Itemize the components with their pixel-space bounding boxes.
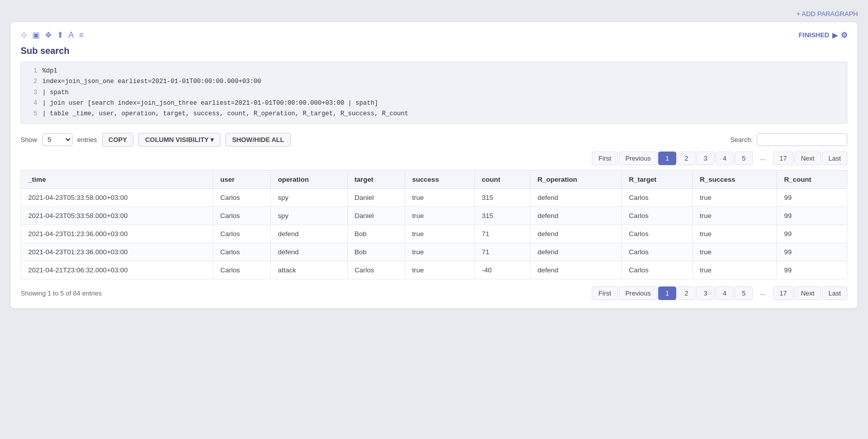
table-cell-3-0: 2021-04-23T01:23:36.000+03:00 [21, 243, 213, 261]
table-row: 2021-04-23T05:33:58.000+03:00CarlosspyDa… [21, 207, 847, 225]
table-cell-2-4: true [405, 225, 475, 243]
add-paragraph-btn[interactable]: + ADD PARAGRAPH [10, 10, 858, 18]
col-success: success [405, 171, 475, 189]
table-cell-3-3: Bob [347, 243, 405, 261]
footer-row: Showing 1 to 5 of 84 entries First Previ… [21, 286, 847, 300]
table-cell-0-6: defend [530, 189, 621, 207]
col-user: user [213, 171, 270, 189]
col-time: _time [21, 171, 213, 189]
table-cell-4-2: attack [271, 261, 347, 279]
font-icon[interactable]: A [68, 31, 74, 40]
page-5-btn-top[interactable]: 5 [735, 152, 753, 165]
next-button-top[interactable]: Next [795, 152, 821, 165]
page-4-btn-bottom[interactable]: 4 [716, 286, 734, 300]
table-cell-1-8: true [692, 207, 777, 225]
table-cell-0-3: Daniel [347, 189, 405, 207]
page-1-btn-top[interactable]: 1 [658, 152, 676, 165]
page-17-btn-top[interactable]: 17 [773, 152, 793, 165]
list-icon[interactable]: ≡ [79, 31, 84, 40]
table-row: 2021-04-23T05:33:58.000+03:00CarlosspyDa… [21, 189, 847, 207]
table-cell-3-6: defend [530, 243, 621, 261]
finished-badge: FINISHED ▶ ⚙ [799, 31, 847, 40]
upload-icon[interactable]: ⬆ [57, 30, 63, 40]
previous-button-bottom[interactable]: Previous [619, 286, 658, 300]
table-cell-2-0: 2021-04-23T01:23:36.000+03:00 [21, 225, 213, 243]
table-cell-0-7: Carlos [621, 189, 692, 207]
code-line-2: 2 index=join_json_one earliest=2021-01-0… [27, 77, 841, 87]
main-panel: ⊹ ▣ ❖ ⬆ A ≡ FINISHED ▶ ⚙ Sub search 1 %d… [10, 22, 858, 309]
show-hide-all-button[interactable]: SHOW/HIDE ALL [225, 133, 291, 147]
table-row: 2021-04-23T01:23:36.000+03:00Carlosdefen… [21, 225, 847, 243]
last-button-bottom[interactable]: Last [822, 286, 847, 300]
table-cell-0-2: spy [271, 189, 347, 207]
toolbar-icons: ⊹ ▣ ❖ ⬆ A ≡ [21, 30, 84, 40]
table-header-row: _time user operation target success coun… [21, 171, 847, 189]
showing-text: Showing 1 to 5 of 84 entries [21, 289, 102, 297]
table-cell-0-0: 2021-04-23T05:33:58.000+03:00 [21, 189, 213, 207]
table-cell-3-8: true [692, 243, 777, 261]
first-button-bottom[interactable]: First [592, 286, 617, 300]
controls-left: Show 5 10 25 50 100 entries COPY COLUMN … [21, 133, 291, 147]
last-button-top[interactable]: Last [822, 152, 847, 165]
table-cell-0-4: true [405, 189, 475, 207]
table-cell-2-6: defend [530, 225, 621, 243]
table-cell-3-2: defend [271, 243, 347, 261]
page-3-btn-top[interactable]: 3 [696, 152, 715, 165]
entries-select[interactable]: 5 10 25 50 100 [42, 133, 72, 146]
col-r-success: R_success [692, 171, 777, 189]
first-button-top[interactable]: First [592, 152, 617, 165]
code-line-1: 1 %dpl [27, 66, 841, 77]
table-cell-2-1: Carlos [213, 225, 270, 243]
col-r-target: R_target [621, 171, 692, 189]
table-cell-1-1: Carlos [213, 207, 270, 225]
table-cell-2-8: true [692, 225, 777, 243]
search-input[interactable] [757, 133, 847, 146]
table-cell-4-9: 99 [777, 261, 847, 279]
table-cell-1-9: 99 [777, 207, 847, 225]
page-2-btn-bottom[interactable]: 2 [677, 286, 695, 300]
page-4-btn-top[interactable]: 4 [716, 152, 734, 165]
table-cell-3-1: Carlos [213, 243, 270, 261]
code-line-4: 4 | join user [search index=join_json_th… [27, 98, 841, 109]
page-1-btn-bottom[interactable]: 1 [658, 286, 676, 300]
bottom-pagination: First Previous 1 2 3 4 5 ... 17 Next Las… [592, 286, 847, 300]
col-count: count [475, 171, 530, 189]
table-cell-4-1: Carlos [213, 261, 270, 279]
play-icon[interactable]: ▶ [832, 31, 838, 39]
next-button-bottom[interactable]: Next [795, 286, 821, 300]
page-5-btn-bottom[interactable]: 5 [735, 286, 753, 300]
copy-button[interactable]: COPY [102, 133, 134, 147]
table-cell-1-7: Carlos [621, 207, 692, 225]
previous-button-top[interactable]: Previous [619, 152, 658, 165]
page-2-btn-top[interactable]: 2 [677, 152, 695, 165]
table-cell-3-4: true [405, 243, 475, 261]
table-icon[interactable]: ▣ [32, 30, 40, 40]
search-label: Search: [730, 136, 753, 143]
table-cell-4-0: 2021-04-21T23:06:32.000+03:00 [21, 261, 213, 279]
table-body: 2021-04-23T05:33:58.000+03:00CarlosspyDa… [21, 189, 847, 279]
table-cell-1-0: 2021-04-23T05:33:58.000+03:00 [21, 207, 213, 225]
table-cell-2-3: Bob [347, 225, 405, 243]
table-cell-4-5: -40 [475, 261, 530, 279]
table-cell-2-7: Carlos [621, 225, 692, 243]
table-cell-4-4: true [405, 261, 475, 279]
table-cell-4-8: true [692, 261, 777, 279]
column-visibility-button[interactable]: COLUMN VISIBILITY [138, 133, 220, 147]
move-icon[interactable]: ⊹ [21, 30, 27, 40]
table-cell-4-6: defend [530, 261, 621, 279]
table-cell-2-9: 99 [777, 225, 847, 243]
layers-icon[interactable]: ❖ [45, 30, 52, 40]
table-cell-2-5: 71 [475, 225, 530, 243]
finished-label: FINISHED [799, 31, 829, 39]
col-r-count: R_count [777, 171, 847, 189]
controls-right: Search: [730, 133, 847, 146]
page-17-btn-bottom[interactable]: 17 [773, 286, 793, 300]
table-cell-0-8: true [692, 189, 777, 207]
table-cell-1-3: Daniel [347, 207, 405, 225]
table-cell-3-7: Carlos [621, 243, 692, 261]
gear-icon[interactable]: ⚙ [841, 31, 847, 40]
toolbar: ⊹ ▣ ❖ ⬆ A ≡ FINISHED ▶ ⚙ [21, 30, 847, 40]
page-3-btn-bottom[interactable]: 3 [696, 286, 715, 300]
table-row: 2021-04-23T01:23:36.000+03:00Carlosdefen… [21, 243, 847, 261]
table-cell-0-1: Carlos [213, 189, 270, 207]
